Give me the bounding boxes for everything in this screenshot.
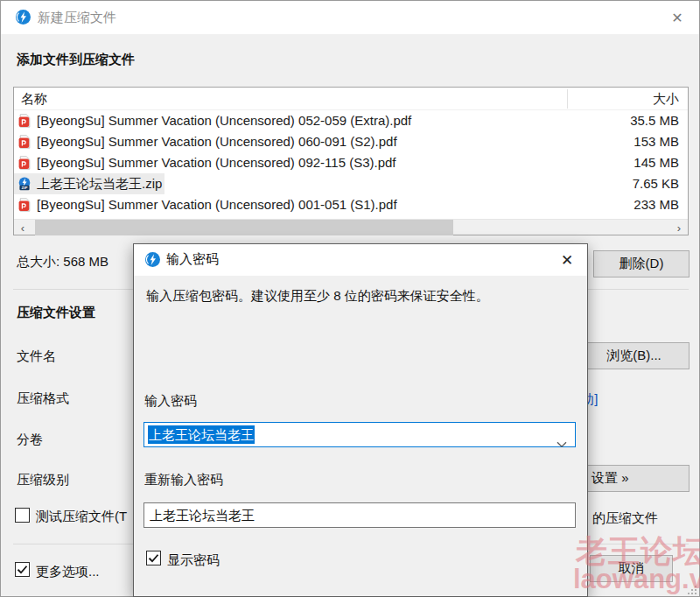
pdf-file-icon (18, 156, 32, 170)
scroll-right-icon[interactable]: › (670, 220, 688, 235)
file-name: 上老王论坛当老王.zip (37, 173, 162, 194)
bandizip-logo-icon (16, 10, 31, 25)
table-row[interactable]: [ByeongSu] Summer Vacation (Uncensored) … (14, 194, 688, 215)
cancel-button-main[interactable]: 取消 (590, 555, 673, 582)
scroll-left-icon[interactable]: ‹ (14, 220, 32, 235)
dialog-title: 输入密码 (166, 251, 219, 268)
file-name: [ByeongSu] Summer Vacation (Uncensored) … (37, 110, 411, 131)
label-filename: 文件名 (17, 348, 56, 365)
test-archive-checkbox[interactable] (15, 508, 30, 523)
column-divider[interactable] (567, 89, 568, 109)
file-size: 233 MB (634, 194, 679, 215)
main-close-icon[interactable]: ✕ (662, 6, 692, 29)
table-row-selected[interactable]: ZIP 上老王论坛当老王.zip 7.65 KB (14, 173, 688, 194)
password-label: 输入密码 (144, 393, 197, 410)
column-header-name[interactable]: 名称 (21, 91, 47, 108)
file-size: 145 MB (634, 152, 679, 173)
zip-file-icon: ZIP (18, 177, 32, 191)
section-add-files-title: 添加文件到压缩文件 (17, 52, 135, 68)
file-name: [ByeongSu] Summer Vacation (Uncensored) … (37, 194, 397, 215)
scrollbar-thumb[interactable] (35, 220, 453, 235)
compression-settings-button[interactable]: 设置 » (571, 465, 690, 492)
main-titlebar: 新建压缩文件 ✕ (1, 1, 699, 34)
password-description: 输入压缩包密码。建议使用至少 8 位的密码来保证安全性。 (146, 288, 489, 305)
chevron-down-icon[interactable] (556, 432, 567, 455)
pdf-file-icon (18, 114, 32, 128)
total-size-text: 总大小: 568 MB (17, 254, 108, 270)
more-options-checkbox[interactable] (15, 562, 30, 577)
dialog-close-icon[interactable]: ✕ (552, 249, 582, 271)
table-row[interactable]: [ByeongSu] Summer Vacation (Uncensored) … (14, 110, 688, 131)
confirm-password-input[interactable]: 上老王论坛当老王 (144, 502, 576, 528)
bandizip-logo-icon (145, 252, 160, 267)
dialog-titlebar: 输入密码 ✕ (134, 244, 587, 276)
more-options-label: 更多选项... (36, 564, 100, 580)
password-value-selected: 上老王论坛当老王 (148, 425, 255, 444)
horizontal-scrollbar[interactable]: ‹ › (14, 219, 688, 235)
enter-password-dialog: 输入密码 ✕ 输入压缩包密码。建议使用至少 8 位的密码来保证安全性。 输入密码… (133, 243, 588, 597)
file-name: [ByeongSu] Summer Vacation (Uncensored) … (37, 152, 396, 173)
resize-grip[interactable] (686, 583, 697, 594)
password-combobox[interactable]: 上老王论坛当老王 (144, 422, 576, 447)
label-format: 压缩格式 (17, 390, 69, 407)
section-archive-settings-title: 压缩文件设置 (17, 305, 95, 321)
file-list-header: 名称 大小 (14, 88, 688, 110)
file-size: 35.5 MB (630, 110, 679, 131)
pdf-file-icon (18, 135, 32, 149)
test-archive-label: 测试压缩文件(T (36, 509, 127, 525)
partial-label-archive: 的压缩文件 (592, 510, 658, 527)
label-level: 压缩级别 (17, 472, 69, 488)
svg-text:ZIP: ZIP (22, 186, 28, 190)
file-name: [ByeongSu] Summer Vacation (Uncensored) … (37, 131, 397, 152)
label-volume: 分卷 (17, 432, 43, 448)
file-list: 名称 大小 [ByeongSu] Summer Vacation (Uncens… (13, 87, 689, 235)
browse-button[interactable]: 浏览(B)... (578, 342, 690, 369)
show-password-checkbox[interactable] (146, 551, 161, 565)
table-row[interactable]: [ByeongSu] Summer Vacation (Uncensored) … (14, 131, 688, 152)
show-password-label: 显示密码 (167, 552, 220, 569)
table-row[interactable]: [ByeongSu] Summer Vacation (Uncensored) … (14, 152, 688, 173)
pdf-file-icon (18, 198, 32, 212)
file-size: 153 MB (634, 131, 679, 152)
delete-button[interactable]: 删除(D) (593, 250, 690, 277)
window-title: 新建压缩文件 (38, 10, 116, 26)
file-size: 7.65 KB (633, 173, 679, 194)
confirm-password-label: 重新输入密码 (144, 472, 223, 488)
column-header-size[interactable]: 大小 (653, 91, 679, 108)
